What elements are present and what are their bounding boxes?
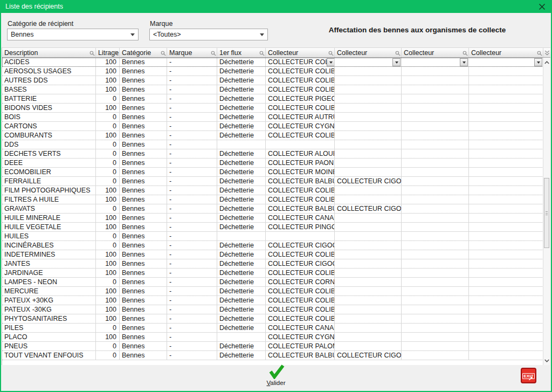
table-row[interactable]: BASES100Bennes-DéchetterieCOLLECTEUR COL… <box>2 85 543 94</box>
chevron-down-icon[interactable] <box>534 58 542 66</box>
table-row[interactable]: JARDINAGE100Bennes-DéchetterieCOLLECTEUR… <box>2 269 543 278</box>
exit-button[interactable]: EXIT ↗ <box>521 368 536 383</box>
table-row[interactable]: GRAVATS0Bennes-DéchetterieCOLLECTEUR BAL… <box>2 204 543 214</box>
chevron-down-icon[interactable] <box>327 58 335 66</box>
table-row[interactable]: AEROSOLS USAGES100Bennes-DéchetterieCOLL… <box>2 67 543 76</box>
table-row[interactable]: ECOMOBILIER0Bennes-DéchetterieCOLLECTEUR… <box>2 168 543 177</box>
cell-marque: - <box>167 149 217 158</box>
cell-collecteur-3[interactable] <box>402 58 469 66</box>
table-row[interactable]: LAMPES - NEON0Bennes-DéchetterieCOLLECTE… <box>2 278 543 287</box>
cell-flux: Déchetterie <box>217 122 266 130</box>
cell-description: GRAVATS <box>2 204 96 213</box>
table-row[interactable]: PILES0Bennes-DéchetterieCOLLECTEUR CANAR… <box>2 324 543 333</box>
cell-categorie: Bennes <box>120 149 167 158</box>
table-row[interactable]: DEEE0Bennes-DéchetterieCOLLECTEUR PAON <box>2 159 543 168</box>
cell-collecteur-4 <box>469 324 543 332</box>
collecteur-select-1[interactable]: COLLECTEUR COLIB <box>266 58 335 66</box>
column-query-magnifier-icon[interactable] <box>328 50 334 57</box>
brand-select[interactable]: <Toutes> <box>149 29 268 40</box>
chevron-down-icon[interactable] <box>392 58 401 66</box>
table-row[interactable]: HUILE MINERALE100Bennes-DéchetterieCOLLE… <box>2 214 543 223</box>
cell-flux: Déchetterie <box>217 305 266 314</box>
exit-arrow-icon: ↗ <box>528 375 533 382</box>
cell-collecteur-4[interactable] <box>469 58 543 66</box>
column-query-magnifier-icon[interactable] <box>89 50 95 57</box>
column-query-magnifier-icon[interactable] <box>395 50 401 57</box>
collecteur-select-4[interactable] <box>470 58 542 66</box>
cell-litrage: 100 <box>96 131 120 140</box>
table-row[interactable]: PATEUX +30KG100Bennes-DéchetterieCOLLECT… <box>2 296 543 305</box>
cell-collecteur-3 <box>402 131 469 140</box>
table-row[interactable]: FILTRES A HUILE100Bennes-DéchetterieCOLL… <box>2 195 543 204</box>
column-header-collecteur-6[interactable]: Collecteur <box>335 48 402 57</box>
cell-collecteur-1: COLLECTEUR COLIBRI <box>266 131 335 140</box>
cell-marque: - <box>167 342 217 350</box>
table-row[interactable]: HUILE VEGETALE100Bennes-DéchetterieCOLLE… <box>2 223 543 232</box>
column-header-marque-3[interactable]: Marque <box>167 48 217 57</box>
column-header-collecteur-7[interactable]: Collecteur <box>402 48 469 57</box>
column-header-litrage-1[interactable]: Litrage <box>96 48 120 57</box>
column-header-collecteur-8[interactable]: Collecteur <box>469 48 543 57</box>
cell-collecteur-3 <box>402 278 469 286</box>
cell-collecteur-4 <box>469 168 543 176</box>
column-query-magnifier-icon[interactable] <box>161 50 166 57</box>
table-row[interactable]: AUTRES DDS100Bennes-DéchetterieCOLLECTEU… <box>2 76 543 85</box>
validate-check-icon <box>267 365 285 379</box>
validate-button[interactable]: Valider <box>252 365 300 386</box>
column-header-cat-gorie-2[interactable]: Catégorie <box>120 48 167 57</box>
table-row[interactable]: INDETERMINES100Bennes-DéchetterieCOLLECT… <box>2 250 543 259</box>
table-row[interactable]: PATEUX -30KG100Bennes-DéchetterieCOLLECT… <box>2 305 543 314</box>
table-row[interactable]: PNEUS0Bennes-DéchetterieCOLLECTEUR PALOM… <box>2 342 543 351</box>
column-query-magnifier-icon[interactable] <box>259 50 265 57</box>
table-row[interactable]: PLACO100Bennes-COLLECTEUR CYGNE <box>2 333 543 342</box>
table-row[interactable]: PHYTOSANITAIRES100Bennes-DéchetterieCOLL… <box>2 314 543 324</box>
table-row[interactable]: COMBURANTS100Bennes-DéchetterieCOLLECTEU… <box>2 131 543 140</box>
column-header-label: Catégorie <box>122 49 151 57</box>
collecteur-select-2[interactable] <box>335 58 401 66</box>
cell-litrage: 0 <box>96 232 120 240</box>
table-row[interactable]: DECHETS VERTS0Bennes-DéchetterieCOLLECTE… <box>2 149 543 159</box>
column-header-label: Description <box>4 49 38 57</box>
collecteur-select-3[interactable] <box>402 58 468 66</box>
cell-collecteur-1: COLLECTEUR AUTRUC <box>266 113 335 121</box>
column-header-collecteur-5[interactable]: Collecteur <box>266 48 335 57</box>
cell-collecteur-1[interactable]: COLLECTEUR COLIB <box>266 58 335 66</box>
column-query-magnifier-icon[interactable] <box>463 50 468 57</box>
column-query-magnifier-icon[interactable] <box>113 50 119 57</box>
category-select[interactable]: Bennes <box>7 29 139 40</box>
cell-collecteur-2: COLLECTEUR CIGOGN <box>335 204 402 213</box>
table-row[interactable]: FILM PHOTOGRAPHIQUES100Bennes-Déchetteri… <box>2 186 543 195</box>
table-row[interactable]: MERCURE100Bennes-DéchetterieCOLLECTEUR C… <box>2 287 543 296</box>
cell-collecteur-1: COLLECTEUR PAON <box>266 159 335 167</box>
cell-litrage: 0 <box>96 324 120 332</box>
table-row[interactable]: DDS0Bennes- <box>2 140 543 149</box>
cell-marque: - <box>167 314 217 323</box>
column-query-magnifier-icon[interactable] <box>211 50 216 57</box>
column-header-description-0[interactable]: Description <box>2 48 96 57</box>
cell-marque: - <box>167 104 217 112</box>
table-row[interactable]: HUILES0Bennes- <box>2 232 543 241</box>
cell-categorie: Bennes <box>120 94 167 103</box>
table-row[interactable]: TOUT VENANT ENFOUIS0Bennes-DéchetterieCO… <box>2 351 543 360</box>
cell-categorie: Bennes <box>120 232 167 240</box>
table-row[interactable]: ACIDES100Bennes-DéchetterieCOLLECTEUR CO… <box>2 58 543 67</box>
close-button[interactable] <box>535 0 549 13</box>
scroll-up-button[interactable] <box>543 58 550 67</box>
table-row[interactable]: BATTERIE0Bennes-DéchetterieCOLLECTEUR PI… <box>2 94 543 104</box>
table-row[interactable]: CARTONS0Bennes-DéchetterieCOLLECTEUR CYG… <box>2 122 543 131</box>
table-row[interactable]: FERRAILLE0Bennes-DéchetterieCOLLECTEUR B… <box>2 177 543 186</box>
cell-collecteur-2 <box>335 342 402 350</box>
column-query-magnifier-icon[interactable] <box>537 50 542 57</box>
table-row[interactable]: JANTES100Bennes-DéchetterieCOLLECTEUR CI… <box>2 259 543 269</box>
table-row[interactable]: BOIS0Bennes-DéchetterieCOLLECTEUR AUTRUC <box>2 113 543 122</box>
table-row[interactable]: INCINÉRABLES0Bennes-DéchetterieCOLLECTEU… <box>2 241 543 250</box>
vertical-scrollbar[interactable] <box>543 58 550 365</box>
scroll-down-button[interactable] <box>543 356 550 365</box>
cell-collecteur-2[interactable] <box>335 58 402 66</box>
cell-categorie: Bennes <box>120 223 167 231</box>
column-options-icon[interactable] <box>543 48 550 57</box>
table-row[interactable]: BIDONS VIDES100Bennes-DéchetterieCOLLECT… <box>2 104 543 113</box>
column-header-1er-flux-4[interactable]: 1er flux <box>217 48 266 57</box>
chevron-down-icon[interactable] <box>460 58 468 66</box>
scrollbar-thumb[interactable] <box>544 178 549 248</box>
